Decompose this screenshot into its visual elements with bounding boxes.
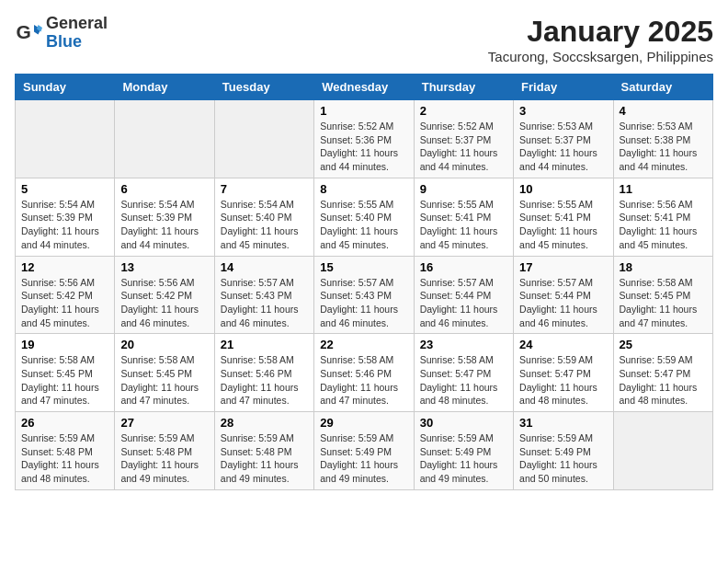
day-number: 18 — [620, 260, 707, 274]
day-cell: 21Sunrise: 5:58 AMSunset: 5:46 PMDayligh… — [214, 334, 313, 412]
weekday-header-sunday: Sunday — [16, 75, 115, 100]
day-cell: 7Sunrise: 5:54 AMSunset: 5:40 PMDaylight… — [214, 178, 313, 256]
day-info: Sunrise: 5:56 AMSunset: 5:42 PMDaylight:… — [21, 276, 108, 330]
day-number: 12 — [21, 260, 108, 274]
day-number: 17 — [519, 260, 607, 274]
day-cell — [16, 100, 115, 178]
day-cell — [115, 100, 214, 178]
logo-general: General — [46, 15, 108, 33]
weekday-header-wednesday: Wednesday — [314, 75, 414, 100]
day-cell — [613, 412, 712, 490]
day-cell: 9Sunrise: 5:55 AMSunset: 5:41 PMDaylight… — [414, 178, 513, 256]
day-cell: 30Sunrise: 5:59 AMSunset: 5:49 PMDayligh… — [414, 412, 513, 490]
day-cell: 27Sunrise: 5:59 AMSunset: 5:48 PMDayligh… — [115, 412, 214, 490]
day-info: Sunrise: 5:56 AMSunset: 5:42 PMDaylight:… — [120, 276, 208, 330]
day-number: 21 — [221, 338, 308, 351]
day-info: Sunrise: 5:59 AMSunset: 5:47 PMDaylight:… — [519, 353, 607, 408]
day-cell: 10Sunrise: 5:55 AMSunset: 5:41 PMDayligh… — [514, 178, 613, 256]
day-cell: 24Sunrise: 5:59 AMSunset: 5:47 PMDayligh… — [514, 334, 613, 412]
week-row-3: 12Sunrise: 5:56 AMSunset: 5:42 PMDayligh… — [16, 256, 713, 334]
day-cell: 1Sunrise: 5:52 AMSunset: 5:36 PMDaylight… — [314, 100, 414, 178]
day-info: Sunrise: 5:53 AMSunset: 5:38 PMDaylight:… — [620, 120, 707, 174]
calendar-subtitle: Tacurong, Soccsksargen, Philippines — [488, 49, 713, 64]
day-info: Sunrise: 5:53 AMSunset: 5:37 PMDaylight:… — [519, 120, 607, 174]
day-info: Sunrise: 5:58 AMSunset: 5:46 PMDaylight:… — [320, 353, 407, 408]
day-info: Sunrise: 5:59 AMSunset: 5:48 PMDaylight:… — [221, 431, 308, 486]
day-number: 24 — [519, 338, 607, 351]
day-number: 22 — [320, 338, 407, 351]
day-cell: 22Sunrise: 5:58 AMSunset: 5:46 PMDayligh… — [314, 334, 414, 412]
day-cell: 3Sunrise: 5:53 AMSunset: 5:37 PMDaylight… — [514, 100, 613, 178]
day-number: 13 — [120, 260, 208, 274]
day-info: Sunrise: 5:55 AMSunset: 5:41 PMDaylight:… — [420, 198, 507, 252]
day-cell: 29Sunrise: 5:59 AMSunset: 5:49 PMDayligh… — [314, 412, 414, 490]
day-number: 25 — [620, 338, 707, 351]
svg-text:G: G — [17, 21, 31, 42]
calendar-body: 1Sunrise: 5:52 AMSunset: 5:36 PMDaylight… — [16, 100, 713, 490]
calendar-title: January 2025 — [488, 15, 713, 49]
day-number: 30 — [420, 416, 507, 430]
day-cell: 14Sunrise: 5:57 AMSunset: 5:43 PMDayligh… — [214, 256, 313, 334]
day-info: Sunrise: 5:59 AMSunset: 5:48 PMDaylight:… — [120, 431, 208, 486]
day-info: Sunrise: 5:58 AMSunset: 5:45 PMDaylight:… — [21, 353, 108, 408]
calendar-header: SundayMondayTuesdayWednesdayThursdayFrid… — [16, 75, 713, 100]
day-info: Sunrise: 5:55 AMSunset: 5:40 PMDaylight:… — [320, 198, 407, 252]
day-number: 10 — [519, 182, 607, 196]
day-cell: 13Sunrise: 5:56 AMSunset: 5:42 PMDayligh… — [115, 256, 214, 334]
week-row-1: 1Sunrise: 5:52 AMSunset: 5:36 PMDaylight… — [16, 100, 713, 178]
day-number: 16 — [420, 260, 507, 274]
weekday-header-monday: Monday — [115, 75, 214, 100]
weekday-header-saturday: Saturday — [613, 75, 712, 100]
day-number: 29 — [320, 416, 407, 430]
day-number: 9 — [420, 182, 507, 196]
day-cell: 8Sunrise: 5:55 AMSunset: 5:40 PMDaylight… — [314, 178, 414, 256]
logo-blue: Blue — [46, 33, 108, 52]
day-info: Sunrise: 5:52 AMSunset: 5:36 PMDaylight:… — [320, 120, 407, 174]
day-info: Sunrise: 5:58 AMSunset: 5:45 PMDaylight:… — [120, 353, 208, 408]
day-cell: 18Sunrise: 5:58 AMSunset: 5:45 PMDayligh… — [613, 256, 712, 334]
day-info: Sunrise: 5:58 AMSunset: 5:46 PMDaylight:… — [221, 353, 308, 408]
day-number: 19 — [21, 338, 108, 351]
day-number: 28 — [221, 416, 308, 430]
day-info: Sunrise: 5:58 AMSunset: 5:47 PMDaylight:… — [420, 353, 507, 408]
day-info: Sunrise: 5:54 AMSunset: 5:39 PMDaylight:… — [21, 198, 108, 252]
day-cell: 28Sunrise: 5:59 AMSunset: 5:48 PMDayligh… — [214, 412, 313, 490]
day-number: 11 — [620, 182, 707, 196]
day-number: 5 — [21, 182, 108, 196]
day-number: 8 — [320, 182, 407, 196]
day-cell: 31Sunrise: 5:59 AMSunset: 5:49 PMDayligh… — [514, 412, 613, 490]
header: G General Blue January 2025 Tacurong, So… — [15, 15, 713, 64]
logo-text: General Blue — [46, 15, 108, 52]
day-info: Sunrise: 5:52 AMSunset: 5:37 PMDaylight:… — [420, 120, 507, 174]
week-row-4: 19Sunrise: 5:58 AMSunset: 5:45 PMDayligh… — [16, 334, 713, 412]
day-number: 6 — [120, 182, 208, 196]
day-info: Sunrise: 5:59 AMSunset: 5:49 PMDaylight:… — [320, 431, 407, 486]
day-info: Sunrise: 5:59 AMSunset: 5:49 PMDaylight:… — [519, 431, 607, 486]
day-number: 26 — [21, 416, 108, 430]
day-info: Sunrise: 5:56 AMSunset: 5:41 PMDaylight:… — [620, 198, 707, 252]
day-cell: 12Sunrise: 5:56 AMSunset: 5:42 PMDayligh… — [16, 256, 115, 334]
logo-icon: G — [15, 19, 42, 47]
day-cell: 2Sunrise: 5:52 AMSunset: 5:37 PMDaylight… — [414, 100, 513, 178]
day-cell: 25Sunrise: 5:59 AMSunset: 5:47 PMDayligh… — [613, 334, 712, 412]
day-number: 4 — [620, 104, 707, 118]
day-info: Sunrise: 5:54 AMSunset: 5:39 PMDaylight:… — [120, 198, 208, 252]
day-cell: 5Sunrise: 5:54 AMSunset: 5:39 PMDaylight… — [16, 178, 115, 256]
day-info: Sunrise: 5:57 AMSunset: 5:44 PMDaylight:… — [420, 276, 507, 330]
day-number: 31 — [519, 416, 607, 430]
weekday-header-friday: Friday — [514, 75, 613, 100]
day-info: Sunrise: 5:54 AMSunset: 5:40 PMDaylight:… — [221, 198, 308, 252]
day-number: 27 — [120, 416, 208, 430]
weekday-header-tuesday: Tuesday — [214, 75, 313, 100]
weekday-row: SundayMondayTuesdayWednesdayThursdayFrid… — [16, 75, 713, 100]
day-number: 14 — [221, 260, 308, 274]
weekday-header-thursday: Thursday — [414, 75, 513, 100]
calendar-table: SundayMondayTuesdayWednesdayThursdayFrid… — [15, 74, 713, 490]
day-number: 15 — [320, 260, 407, 274]
day-cell: 17Sunrise: 5:57 AMSunset: 5:44 PMDayligh… — [514, 256, 613, 334]
day-cell: 16Sunrise: 5:57 AMSunset: 5:44 PMDayligh… — [414, 256, 513, 334]
title-area: January 2025 Tacurong, Soccsksargen, Phi… — [488, 15, 713, 64]
day-cell: 20Sunrise: 5:58 AMSunset: 5:45 PMDayligh… — [115, 334, 214, 412]
day-info: Sunrise: 5:59 AMSunset: 5:48 PMDaylight:… — [21, 431, 108, 486]
day-info: Sunrise: 5:57 AMSunset: 5:43 PMDaylight:… — [221, 276, 308, 330]
